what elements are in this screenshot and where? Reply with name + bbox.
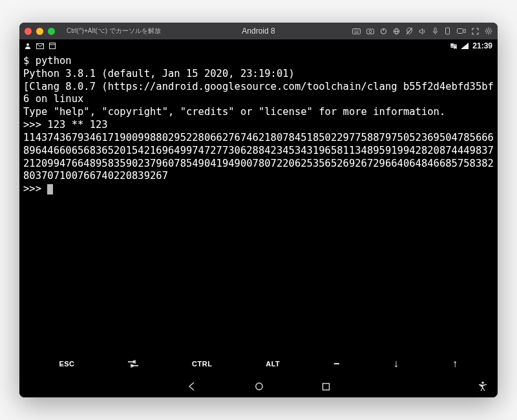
terminal-line: Python 3.8.1 (default, Jan 15 2020, 23:1… [23,68,494,81]
svg-rect-2 [355,30,355,30]
svg-point-19 [487,30,490,32]
keyboard-icon[interactable] [352,28,361,34]
emulator-window: Ctrl(^)+Alt(⌥) でカーソルを解放 Android 8 [19,23,498,397]
titlebar-title: Android 8 [242,26,275,36]
svg-rect-33 [322,383,329,390]
data-icon: ↹ [450,41,457,50]
svg-rect-15 [434,28,436,32]
svg-line-24 [486,28,487,29]
svg-rect-1 [353,30,354,30]
android-status-bar: ↹ 21:39 [19,39,498,52]
traffic-lights [25,28,55,35]
key-ctrl[interactable]: CTRL [185,356,218,372]
svg-rect-7 [367,29,374,34]
svg-rect-4 [357,30,358,30]
globe-icon[interactable] [393,28,400,35]
rotate-icon[interactable] [444,27,451,35]
terminal-line: 1143743679346171900998802952280662767462… [23,132,494,183]
svg-line-25 [491,33,491,34]
terminal-line: >>> 123 ** 123 [23,119,494,132]
titlebar-toolbar [352,27,492,35]
cursor [47,184,53,194]
notification-mail-icon [36,43,44,49]
svg-point-34 [481,382,483,384]
mic-icon[interactable] [432,27,438,35]
camera-icon[interactable] [366,28,374,34]
nav-accessibility-icon[interactable] [478,381,487,392]
record-icon[interactable] [457,28,466,34]
svg-point-8 [369,30,372,33]
location-off-icon[interactable] [406,27,413,35]
svg-rect-17 [446,28,450,34]
terminal-prompt: >>> [23,183,494,196]
titlebar: Ctrl(^)+Alt(⌥) でカーソルを解放 Android 8 [19,23,498,39]
volume-icon[interactable] [419,28,427,35]
settings-icon[interactable] [485,27,492,35]
terminal-line: $ python [23,55,494,68]
svg-line-26 [486,33,487,34]
terminal-line: [Clang 8.0.7 (https://android.googlesour… [23,81,494,107]
svg-rect-18 [458,29,463,34]
terminal-view[interactable]: $ python Python 3.8.1 (default, Jan 15 2… [19,52,498,351]
svg-point-32 [255,383,262,390]
key-up[interactable]: ↑ [446,354,465,373]
notification-person-icon [25,43,31,49]
key-tab[interactable] [121,356,145,372]
minimize-button[interactable] [36,28,43,35]
key-esc[interactable]: ESC [52,356,81,372]
expand-icon[interactable] [472,28,479,35]
clock-time: 21:39 [472,41,492,50]
nav-recents[interactable] [322,383,330,391]
svg-line-27 [491,28,491,29]
svg-rect-30 [50,43,56,49]
terminal-line: Type "help", "copyright", "credits" or "… [23,106,494,119]
extra-keys-row: ESC CTRL ALT − ↓ ↑ [19,351,498,375]
key-alt[interactable]: ALT [259,356,286,372]
svg-rect-3 [356,30,357,30]
titlebar-hint: Ctrl(^)+Alt(⌥) でカーソルを解放 [67,26,161,36]
nav-back[interactable] [187,382,196,391]
signal-icon [461,43,469,49]
notification-window-icon [49,43,56,49]
zoom-button[interactable] [48,28,55,35]
nav-home[interactable] [255,382,264,391]
svg-point-28 [26,43,29,46]
key-minus[interactable]: − [327,354,346,373]
svg-rect-6 [354,32,359,32]
svg-rect-5 [359,30,359,30]
close-button[interactable] [25,28,32,35]
android-navbar [19,375,498,397]
svg-rect-0 [353,28,361,34]
key-down[interactable]: ↓ [387,354,406,373]
power-icon[interactable] [380,28,387,35]
